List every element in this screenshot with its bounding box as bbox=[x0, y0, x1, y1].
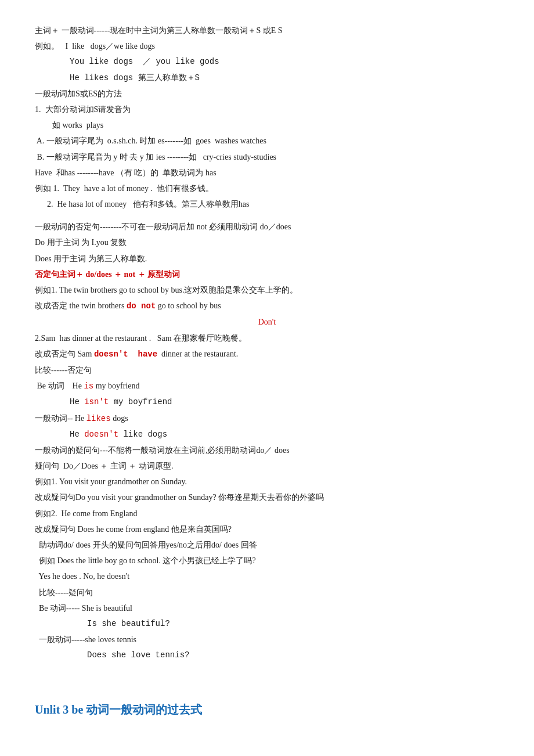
text-neg-8: 改成否定句 Sam doesn't have dinner at the res… bbox=[35, 350, 238, 358]
q-line-8: 例如 Does the little boy go to school. 这个小… bbox=[35, 553, 499, 568]
text-line-6: 1. 大部分动词加S请发音为 bbox=[35, 105, 131, 114]
line-4: He likes dogs 第三人称单数＋S bbox=[35, 71, 499, 85]
text-q-1: 一般动词的疑问句---不能将一般动词放在主词前,必须用助动词do／ does bbox=[35, 446, 290, 455]
text-neg-3: Does 用于主词 为第三人称单数. bbox=[35, 254, 147, 263]
line-12: 2. He hasa lot of money 他有和多钱。第三人称单数用has bbox=[35, 197, 499, 211]
neg-line-13: He doesn't like dogs bbox=[35, 427, 499, 442]
line-7: 如 works plays bbox=[35, 118, 499, 132]
text-q-10: 比较-----疑问句 bbox=[35, 588, 93, 597]
text-line-1: 主词＋ 一般动词------现在时中主词为第三人称单数一般动词＋S 或E S bbox=[35, 26, 283, 35]
text-q-5: 例如2. He come from England bbox=[35, 509, 138, 518]
neg-line-10: Be 动词 He is my boyfriend bbox=[35, 379, 499, 394]
neg-line-11: He isn't my boyfriend bbox=[35, 395, 499, 409]
line-3: You like dogs ／ you like gods bbox=[35, 55, 499, 69]
text-neg-4: 否定句主词＋ do/does ＋ not ＋ 原型动词 bbox=[35, 270, 180, 279]
text-q-4: 改成疑问句Do you visit your grandmother on Su… bbox=[35, 493, 324, 502]
question-section: 一般动词的疑问句---不能将一般动词放在主词前,必须用助动词do／ does 疑… bbox=[35, 443, 499, 663]
q-line-11: Be 动词----- She is beautiful bbox=[35, 601, 499, 615]
text-neg-12: 一般动词-- He likes dogs bbox=[35, 414, 128, 423]
text-neg-11: He isn't my boyfriend bbox=[70, 397, 172, 406]
q-line-1: 一般动词的疑问句---不能将一般动词放在主词前,必须用助动词do／ does bbox=[35, 443, 499, 458]
text-q-7: 助动词do/ does 开头的疑问句回答用yes/no之后用do/ does 回… bbox=[35, 541, 257, 549]
q-line-9: Yes he does . No, he doesn't bbox=[35, 569, 499, 584]
text-neg-9: 比较------否定句 bbox=[35, 366, 92, 375]
line-11: 例如 1. They have a lot of money . 他们有很多钱。 bbox=[35, 181, 499, 196]
text-line-8: A. 一般动词字尾为 o.s.sh.ch. 时加 es-------如 goes… bbox=[35, 136, 266, 145]
text-q-13: 一般动词-----she loves tennis bbox=[35, 635, 136, 644]
line-10: Have 和has --------have （有 吃）的 单数动词为 has bbox=[35, 165, 499, 180]
neg-line-dont: Don't bbox=[35, 315, 499, 329]
text-q-12: Is she beautiful? bbox=[87, 619, 170, 628]
text-line-10: Have 和has --------have （有 吃）的 单数动词为 has bbox=[35, 168, 217, 177]
neg-line-6: 改成否定 the twin brothers do not go to scho… bbox=[35, 298, 499, 314]
q-line-6: 改成疑问句 Does he come from england 他是来自英国吗? bbox=[35, 522, 499, 537]
text-neg-2: Do 用于主词 为 I.you 复数 bbox=[35, 238, 127, 247]
text-line-4: He likes dogs 第三人称单数＋S bbox=[70, 73, 200, 82]
neg-line-7: 2.Sam has dinner at the restaurant . Sam… bbox=[35, 331, 499, 345]
text-neg-6: 改成否定 the twin brothers do not go to scho… bbox=[35, 301, 221, 310]
q-line-2: 疑问句 Do／Does ＋ 主词 ＋ 动词原型. bbox=[35, 459, 499, 473]
text-q-14: Does she love tennis? bbox=[87, 650, 189, 660]
neg-line-2: Do 用于主词 为 I.you 复数 bbox=[35, 235, 499, 250]
neg-line-12: 一般动词-- He likes dogs bbox=[35, 411, 499, 426]
text-neg-7: 2.Sam has dinner at the restaurant . Sam… bbox=[35, 334, 247, 343]
text-neg-10: Be 动词 He is my boyfriend bbox=[35, 381, 140, 390]
q-line-10: 比较-----疑问句 bbox=[35, 585, 499, 600]
text-line-11: 例如 1. They have a lot of money . 他们有很多钱。 bbox=[35, 184, 214, 193]
neg-line-1: 一般动词的否定句--------不可在一般动词后加 not 必须用助动词 do／… bbox=[35, 219, 499, 234]
text-neg-13: He doesn't like dogs bbox=[70, 430, 167, 439]
text-q-11: Be 动词----- She is beautiful bbox=[35, 604, 132, 613]
negative-section: 一般动词的否定句--------不可在一般动词后加 not 必须用助动词 do／… bbox=[35, 219, 499, 442]
text-line-3: You like dogs ／ you like gods bbox=[70, 57, 219, 66]
neg-line-9: 比较------否定句 bbox=[35, 363, 499, 377]
text-line-5: 一般动词加S或ES的方法 bbox=[35, 89, 122, 98]
text-q-3: 例如1. You visit your grandmother on Sunda… bbox=[35, 477, 187, 486]
present-tense-section: 主词＋ 一般动词------现在时中主词为第三人称单数一般动词＋S 或E S 例… bbox=[35, 23, 499, 211]
text-q-8: 例如 Does the little boy go to school. 这个小… bbox=[35, 556, 256, 565]
q-line-5: 例如2. He come from England bbox=[35, 506, 499, 521]
line-6: 1. 大部分动词加S请发音为 bbox=[35, 102, 499, 117]
q-line-13: 一般动词-----she loves tennis bbox=[35, 632, 499, 647]
text-dont: Don't bbox=[258, 318, 276, 326]
unit3-title: Unlit 3 be 动词一般动词的过去式 bbox=[35, 699, 499, 720]
q-line-12: Is she beautiful? bbox=[35, 617, 499, 631]
neg-line-3: Does 用于主词 为第三人称单数. bbox=[35, 251, 499, 266]
text-line-7: 如 works plays bbox=[52, 121, 103, 129]
text-q-9: Yes he does . No, he doesn't bbox=[35, 572, 129, 581]
neg-line-8: 改成否定句 Sam doesn't have dinner at the res… bbox=[35, 347, 499, 362]
neg-line-4: 否定句主词＋ do/does ＋ not ＋ 原型动词 bbox=[35, 267, 499, 282]
q-line-14: Does she love tennis? bbox=[35, 648, 499, 663]
text-q-6: 改成疑问句 Does he come from england 他是来自英国吗? bbox=[35, 525, 232, 534]
line-2: 例如。 I like dogs／we like dogs bbox=[35, 39, 499, 53]
line-8: A. 一般动词字尾为 o.s.sh.ch. 时加 es-------如 goes… bbox=[35, 134, 499, 148]
q-line-7: 助动词do/ does 开头的疑问句回答用yes/no之后用do/ does 回… bbox=[35, 538, 499, 552]
main-content: 主词＋ 一般动词------现在时中主词为第三人称单数一般动词＋S 或E S 例… bbox=[35, 23, 499, 720]
text-neg-5: 例如1. The twin brothers go to school by b… bbox=[35, 286, 298, 294]
q-line-3: 例如1. You visit your grandmother on Sunda… bbox=[35, 474, 499, 489]
q-line-4: 改成疑问句Do you visit your grandmother on Su… bbox=[35, 490, 499, 505]
text-line-9: B. 一般动词字尾音为 y 时 去 y 加 ies --------如 cry-… bbox=[35, 153, 276, 161]
line-9: B. 一般动词字尾音为 y 时 去 y 加 ies --------如 cry-… bbox=[35, 150, 499, 164]
text-q-2: 疑问句 Do／Does ＋ 主词 ＋ 动词原型. bbox=[35, 462, 173, 470]
text-neg-1: 一般动词的否定句--------不可在一般动词后加 not 必须用助动词 do／… bbox=[35, 222, 291, 231]
line-5: 一般动词加S或ES的方法 bbox=[35, 87, 499, 101]
line-1: 主词＋ 一般动词------现在时中主词为第三人称单数一般动词＋S 或E S bbox=[35, 23, 499, 38]
neg-line-5: 例如1. The twin brothers go to school by b… bbox=[35, 283, 499, 297]
unit3-title-text: Unlit 3 be 动词一般动词的过去式 bbox=[35, 703, 202, 716]
text-line-12: 2. He hasa lot of money 他有和多钱。第三人称单数用has bbox=[35, 200, 249, 208]
text-line-2: 例如。 I like dogs／we like dogs bbox=[35, 42, 155, 51]
